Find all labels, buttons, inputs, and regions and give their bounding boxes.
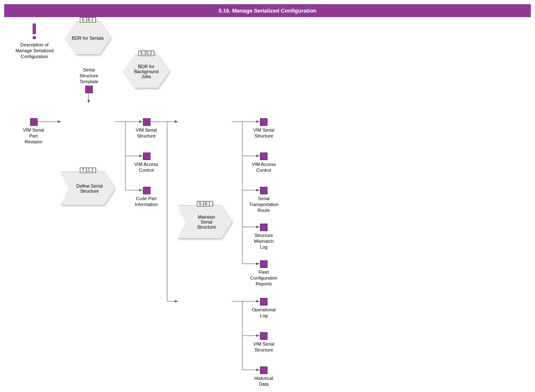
data-vim-access-control-1[interactable] [143, 153, 150, 160]
data-mo-4-label: Fleet Configuration Reports [243, 270, 284, 287]
data-mo-3-label: Structure Mismatch Log [245, 233, 283, 250]
diagram-canvas: Description of Manage Serialized Configu… [4, 17, 531, 392]
data-ho-0-label: Operational Log [245, 307, 283, 319]
bdr-serials[interactable]: 5.16.1 BDR for Serials [65, 21, 111, 55]
data-vim-serial-structure-1[interactable] [143, 118, 150, 126]
data-vim-serial-structure-1-label: VIM Serial Structure [130, 127, 163, 139]
proc-define-serial-structure[interactable]: 7.11.2 Define Serial Structure [61, 172, 115, 205]
data-mo-2-label: Serial Transportation Route [243, 196, 284, 213]
data-serial-template[interactable] [85, 86, 93, 93]
note-label: Description of Manage Serialized Configu… [13, 42, 56, 59]
proc-maintain-label: Maintain Serial Structure [197, 214, 216, 229]
data-ho-2-label: Historical Data [245, 376, 283, 387]
bdr-serials-tag: 5.16.1 [80, 17, 96, 23]
data-mo-4[interactable] [260, 260, 268, 268]
data-mo-1-label: VIM Access Control [245, 162, 283, 173]
data-mo-1[interactable] [260, 153, 268, 160]
data-mo-2[interactable] [260, 187, 268, 194]
proc-define-tag: 7.11.2 [80, 168, 96, 173]
data-code-part-info-label: Code Part Information [130, 196, 163, 208]
data-vim-serial-part-rev-label: VIM Serial Part Revision [17, 127, 50, 145]
data-serial-template-label: Serial Structure Template [71, 67, 107, 84]
data-mo-3[interactable] [260, 224, 268, 231]
bdr-bg-tag: 5.15.2 [138, 51, 154, 56]
data-mo-0-label: VIM Serial Structure [245, 127, 283, 139]
data-ho-1[interactable] [260, 332, 268, 340]
data-vim-access-control-1-label: VIM Access Control [130, 162, 163, 173]
bdr-bg-label: BDR for Background Jobs [134, 64, 159, 79]
data-code-part-info[interactable] [143, 187, 150, 194]
data-vim-serial-part-rev[interactable] [30, 118, 38, 126]
data-ho-0[interactable] [260, 298, 268, 305]
bdr-serials-label: BDR for Serials [72, 36, 104, 41]
data-ho-2[interactable] [260, 367, 268, 374]
data-ho-1-label: VIM Serial Structure [245, 341, 283, 353]
page-title: 5.16. Manage Serialized Configuration [4, 4, 531, 17]
proc-maintain-tag: 5.18.1 [197, 201, 213, 206]
proc-define-label: Define Serial Structure [76, 183, 103, 193]
proc-maintain-serial-structure[interactable]: 5.18.1 Maintain Serial Structure [178, 205, 232, 239]
bdr-background-jobs[interactable]: 5.15.2 BDR for Background Jobs [123, 55, 169, 88]
note-icon[interactable] [33, 23, 36, 39]
data-mo-0[interactable] [260, 118, 268, 126]
